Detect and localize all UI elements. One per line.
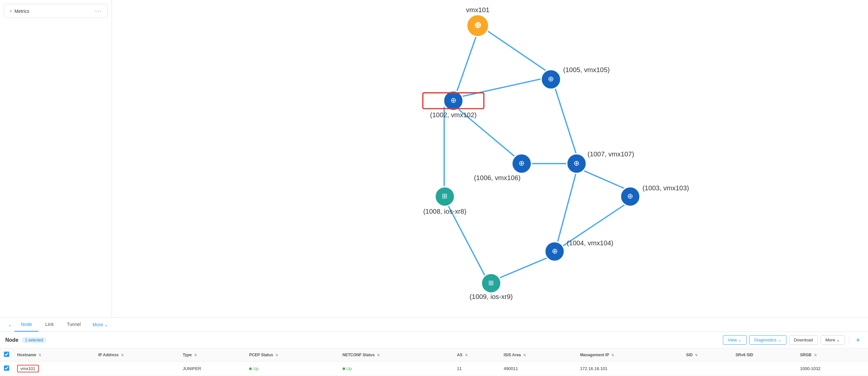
toolbar-left: Node 1 selected xyxy=(5,337,46,343)
svg-text:⊕: ⊕ xyxy=(519,159,525,167)
as-value: 11 xyxy=(457,366,462,371)
td-pcep-status: Up xyxy=(245,361,338,376)
edge-vmx104-iosxr9 xyxy=(498,258,548,278)
th-hostname: Hostname ⇅ xyxy=(13,348,94,361)
node-label-vmx102: (1002, vmx102) xyxy=(430,111,477,118)
ip-sort-icon[interactable]: ⇅ xyxy=(121,353,124,357)
node-vmx102[interactable]: ⊕ (1002, vmx102) xyxy=(423,91,484,118)
hostname-value: vmx101 xyxy=(17,365,39,372)
toolbar-divider xyxy=(849,336,849,344)
edge-vmx107-vmx103 xyxy=(581,170,629,190)
metrics-expand-icon[interactable]: > xyxy=(9,9,12,13)
edge-vmx107-vmx104 xyxy=(557,171,577,244)
th-type: Type ⇅ xyxy=(179,348,245,361)
td-checkbox xyxy=(0,361,13,376)
svg-text:⊕: ⊕ xyxy=(451,96,456,105)
table-toolbar: Node 1 selected View ⌄ Diagnostics ⌄ Dow… xyxy=(0,332,868,348)
tab-more-button[interactable]: More ⌄ xyxy=(87,318,114,331)
netconf-sort-icon[interactable]: ⇅ xyxy=(377,353,380,357)
download-button[interactable]: Download xyxy=(789,335,818,345)
diagnostics-button[interactable]: Diagnostics ⌄ xyxy=(749,335,786,345)
node-vmx105[interactable]: ⊕ (1005, vmx105) xyxy=(541,66,610,89)
pcep-status-value: Up xyxy=(249,366,334,371)
metrics-title: > Metrics xyxy=(9,8,29,14)
svg-text:⊕: ⊕ xyxy=(627,192,633,200)
topology-svg: ⊕ vmx101 ⊕ (1002, vmx102) ⊕ (1005, vmx10… xyxy=(112,0,868,317)
tab-link[interactable]: Link xyxy=(38,318,60,331)
edge-vmx102-vmx105 xyxy=(456,78,545,97)
table-row: vmx101 JUNIPER Up xyxy=(0,361,868,376)
bottom-panel: Node 1 selected View ⌄ Diagnostics ⌄ Dow… xyxy=(0,332,868,376)
node-vmx101[interactable]: ⊕ vmx101 xyxy=(466,6,489,36)
netconf-status-dot xyxy=(343,368,345,370)
metrics-widget: > Metrics ··· xyxy=(4,4,107,18)
node-label-iosxr8: (1008, ios-xr8) xyxy=(423,208,466,215)
td-ip-address xyxy=(94,361,179,376)
tab-bar: ⌄ Node Link Tunnel More ⌄ xyxy=(0,318,868,332)
metrics-options-icon[interactable]: ··· xyxy=(95,7,102,15)
svg-text:⊕: ⊕ xyxy=(574,159,580,167)
td-hostname: vmx101 xyxy=(13,361,94,376)
table-header-row: Hostname ⇅ IP Address ⇅ Type ⇅ PCEP St xyxy=(0,348,868,361)
edge-vmx101-vmx105 xyxy=(487,31,550,74)
th-srgb: SRGB ⇅ xyxy=(796,348,868,361)
pcep-sort-icon[interactable]: ⇅ xyxy=(275,353,278,357)
table-title: Node xyxy=(5,337,19,343)
node-vmx103[interactable]: ⊕ (1003, vmx103) xyxy=(621,184,689,206)
type-value: JUNIPER xyxy=(183,366,202,371)
td-srv6-sid xyxy=(732,361,796,376)
node-table: Hostname ⇅ IP Address ⇅ Type ⇅ PCEP St xyxy=(0,348,868,376)
pcep-status-dot xyxy=(249,368,252,370)
td-type: JUNIPER xyxy=(179,361,245,376)
node-label-vmx103: (1003, vmx103) xyxy=(642,184,689,192)
node-label-vmx107: (1007, vmx107) xyxy=(588,150,634,158)
select-all-checkbox[interactable] xyxy=(4,352,9,357)
node-label-vmx106: (1006, vmx106) xyxy=(474,174,521,181)
th-as: AS ⇅ xyxy=(453,348,500,361)
td-srgb: 1000-1032 xyxy=(796,361,868,376)
management-ip-value: 172.16.18.101 xyxy=(580,366,608,371)
th-srv6-sid: SRv6 SID xyxy=(732,348,796,361)
mgmt-sort-icon[interactable]: ⇅ xyxy=(611,353,614,357)
row-checkbox[interactable] xyxy=(4,366,9,371)
node-vmx104[interactable]: ⊕ (1004, vmx104) xyxy=(545,239,613,261)
svg-text:⊕: ⊕ xyxy=(474,21,482,30)
srgb-value: 1000-1032 xyxy=(800,366,820,371)
node-vmx106[interactable]: ⊕ (1006, vmx106) xyxy=(474,154,531,181)
td-sid xyxy=(682,361,732,376)
hostname-sort-icon[interactable]: ⇅ xyxy=(38,353,41,357)
top-panel: > Metrics ··· xyxy=(0,0,868,318)
selected-badge: 1 selected xyxy=(22,337,46,343)
data-table-container: Hostname ⇅ IP Address ⇅ Type ⇅ PCEP St xyxy=(0,348,868,376)
left-sidebar: > Metrics ··· xyxy=(0,0,112,317)
tab-node[interactable]: Node xyxy=(14,318,38,331)
edge-iosxr8-iosxr9 xyxy=(447,204,486,278)
node-ios-xr8[interactable]: ⊞ (1008, ios-xr8) xyxy=(423,187,466,215)
isis-area-value: 490011 xyxy=(504,366,518,371)
th-ip-address: IP Address ⇅ xyxy=(94,348,179,361)
app-container: > Metrics ··· xyxy=(0,0,868,376)
srgb-sort-icon[interactable]: ⇅ xyxy=(814,353,817,357)
node-ios-xr9[interactable]: ⊞ (1009, ios-xr9) xyxy=(469,273,513,300)
node-vmx107[interactable]: ⊕ (1007, vmx107) xyxy=(567,150,634,174)
isis-sort-icon[interactable]: ⇅ xyxy=(523,353,526,357)
sid-sort-icon[interactable]: ⇅ xyxy=(695,353,698,357)
td-as: 11 xyxy=(453,361,500,376)
as-sort-icon[interactable]: ⇅ xyxy=(465,353,468,357)
svg-text:⊕: ⊕ xyxy=(552,247,558,255)
view-button[interactable]: View ⌄ xyxy=(723,335,747,345)
edge-vmx105-vmx107 xyxy=(555,87,577,155)
topology-area: ⊕ vmx101 ⊕ (1002, vmx102) ⊕ (1005, vmx10… xyxy=(112,0,868,317)
tab-collapse-button[interactable]: ⌄ xyxy=(5,318,14,331)
netconf-status-value: Up xyxy=(343,366,449,371)
th-pcep-status: PCEP Status ⇅ xyxy=(245,348,338,361)
node-label-vmx104: (1004, vmx104) xyxy=(567,239,614,247)
svg-text:⊞: ⊞ xyxy=(488,279,494,286)
add-button[interactable]: + xyxy=(853,336,863,344)
edge-vmx101-vmx102 xyxy=(456,32,478,92)
type-sort-icon[interactable]: ⇅ xyxy=(194,353,197,357)
more-button[interactable]: More ⌄ xyxy=(820,335,845,345)
tab-tunnel[interactable]: Tunnel xyxy=(60,318,87,331)
svg-text:⊞: ⊞ xyxy=(442,192,447,200)
node-label-vmx101: vmx101 xyxy=(466,6,489,13)
